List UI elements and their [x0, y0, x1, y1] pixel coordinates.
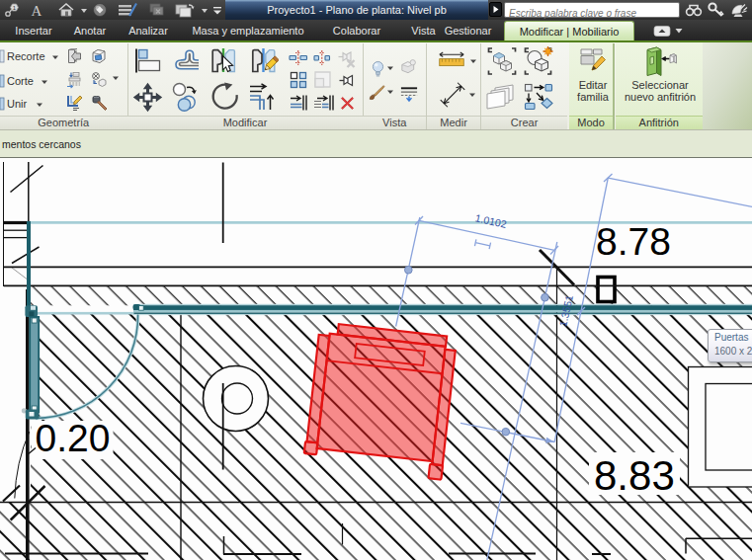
panel-label-crear[interactable]: Crear	[481, 116, 568, 129]
measure-tape-icon[interactable]	[438, 50, 465, 69]
light-dropdown-icon[interactable]	[386, 65, 394, 71]
panel-label-anfitrion[interactable]: Anfitrión	[616, 116, 704, 129]
tag-icon[interactable]: 1	[3, 1, 21, 19]
corte-dropdown-icon[interactable]	[41, 79, 48, 85]
split-gap-icon[interactable]	[289, 49, 308, 66]
create-group-icon[interactable]	[486, 46, 518, 76]
counter-element[interactable]	[689, 367, 752, 488]
demolish-dropdown-icon[interactable]	[112, 75, 120, 81]
pick-new-host-label-1: Seleccionar	[616, 79, 706, 92]
title-expand-button[interactable]	[489, 2, 502, 17]
align-small-icon[interactable]	[289, 94, 308, 112]
apply-coping-icon[interactable]	[65, 47, 83, 65]
tab-insertar[interactable]: Insertar	[8, 20, 59, 41]
dimension-line-3	[608, 178, 752, 206]
lightbulb-icon[interactable]	[372, 59, 384, 79]
door-panel[interactable]	[30, 317, 39, 412]
drawing-canvas[interactable]: 1.0102 1.3551 8.78 0.20 8.83	[0, 158, 752, 560]
panel-label-modificar[interactable]: Modificar	[127, 116, 363, 129]
search-binoculars-icon[interactable]	[684, 1, 704, 19]
cut-geometry-icon[interactable]	[0, 48, 5, 64]
align-icon[interactable]	[133, 47, 161, 74]
pick-new-host-button[interactable]: Seleccionar nuevo anfitrión	[616, 79, 706, 104]
tab-modificar-mobiliario-active[interactable]: Modificar | Mobiliario	[504, 21, 634, 42]
home-view-icon[interactable]	[57, 1, 75, 19]
edit-wall-joins-icon[interactable]	[65, 94, 83, 112]
home-dropdown-icon[interactable]	[79, 1, 89, 19]
move-icon[interactable]	[132, 82, 163, 113]
recorte-button[interactable]: Recorte	[7, 50, 45, 62]
tab-gestionar[interactable]: Gestionar	[441, 20, 495, 41]
switch-windows-icon[interactable]	[173, 1, 197, 19]
dimension-drag-dot[interactable]	[405, 267, 413, 275]
furniture-right-foot	[428, 464, 443, 480]
unir-button[interactable]: Unir	[7, 98, 27, 110]
tab-anotar[interactable]: Anotar	[67, 20, 113, 41]
tab-colaborar[interactable]: Colaborar	[322, 20, 391, 41]
cut-profile-icon[interactable]	[0, 73, 5, 89]
panel-label-geometria[interactable]: Geometría	[0, 116, 127, 129]
thin-lines-icon[interactable]	[116, 1, 139, 19]
array-icon[interactable]	[290, 71, 307, 89]
pick-new-host-label-2: nuevo anfitrión	[616, 91, 706, 104]
corte-button[interactable]: Corte	[7, 75, 34, 87]
furniture-body	[317, 334, 446, 461]
search-box[interactable]	[504, 2, 680, 18]
communication-center-icon[interactable]	[728, 1, 750, 19]
ribbon-state-dropdown-icon[interactable]	[675, 28, 683, 34]
paint-dropdown-icon[interactable]	[386, 89, 394, 95]
edit-family-icon[interactable]	[578, 46, 609, 77]
measure-dropdown-icon[interactable]	[469, 58, 477, 64]
panel-label-modo[interactable]: Modo	[569, 116, 614, 129]
wall-band-hatch	[31, 286, 752, 305]
offset-copy-icon[interactable]	[312, 94, 335, 112]
temp-dim-value-1[interactable]: 1.0102	[474, 211, 508, 230]
tab-analizar[interactable]: Analizar	[123, 20, 174, 41]
text-tool-icon[interactable]: A	[28, 1, 45, 19]
panel-medir: Medir	[427, 42, 481, 130]
demolish-order-icon[interactable]	[90, 71, 108, 89]
copy-icon[interactable]	[171, 82, 202, 113]
panel-label-medir[interactable]: Medir	[427, 116, 481, 129]
offset-icon[interactable]	[172, 46, 200, 74]
qat-customize-icon[interactable]	[210, 1, 224, 19]
create-parts-icon[interactable]	[523, 82, 554, 112]
create-similar-icon[interactable]	[522, 45, 554, 78]
aligned-dimension-icon[interactable]	[440, 82, 465, 108]
switch-windows-dropdown-icon[interactable]	[200, 1, 209, 19]
delete-icon[interactable]	[340, 96, 355, 111]
unir-dropdown-icon[interactable]	[36, 102, 43, 108]
split-element-icon[interactable]	[313, 49, 331, 66]
beam-wall-joins-icon[interactable]	[65, 71, 83, 89]
ribbon-tab-bar: Insertar Anotar Analizar Masa y emplazam…	[0, 20, 752, 41]
dimension-drag-dot[interactable]	[542, 293, 549, 301]
options-bar-text: mentos cercanos	[2, 138, 81, 150]
pick-new-host-icon[interactable]	[642, 45, 678, 78]
ribbon-state-toggle-icon[interactable]	[653, 25, 671, 38]
pin-icon[interactable]	[338, 72, 357, 89]
edit-family-label-2: familia	[569, 91, 618, 104]
rotate-icon[interactable]	[210, 82, 240, 112]
mirror-draw-axis-icon[interactable]	[250, 46, 279, 74]
door-frame-symbol[interactable]	[598, 278, 615, 302]
render-icon[interactable]	[91, 1, 109, 19]
edit-family-button[interactable]: Editar familia	[569, 79, 618, 104]
paintbrush-icon[interactable]	[369, 84, 385, 101]
linework-icon[interactable]	[399, 86, 419, 103]
solid-solid-join-icon[interactable]	[90, 47, 108, 65]
demolish-hammer-icon[interactable]	[90, 94, 109, 113]
tab-vista[interactable]: Vista	[402, 20, 445, 41]
subscription-key-icon[interactable]	[706, 1, 727, 19]
dimension-drag-dot[interactable]	[502, 428, 510, 436]
create-assembly-icon[interactable]	[485, 82, 519, 111]
witness-drag-grip[interactable]	[474, 239, 490, 249]
search-input[interactable]	[505, 7, 679, 21]
recorte-dropdown-icon[interactable]	[51, 54, 59, 60]
panel-label-vista[interactable]: Vista	[363, 116, 427, 129]
element-tooltip: Puertas 1600 x 2	[708, 329, 752, 362]
tab-masa-y-emplazamiento[interactable]: Masa y emplazamiento	[184, 20, 312, 41]
trim-extend-icon[interactable]	[248, 82, 278, 112]
mirror-pick-axis-icon[interactable]	[209, 46, 238, 74]
dimension-dropdown-icon[interactable]	[468, 92, 476, 98]
join-geometry-icon[interactable]	[0, 96, 5, 112]
